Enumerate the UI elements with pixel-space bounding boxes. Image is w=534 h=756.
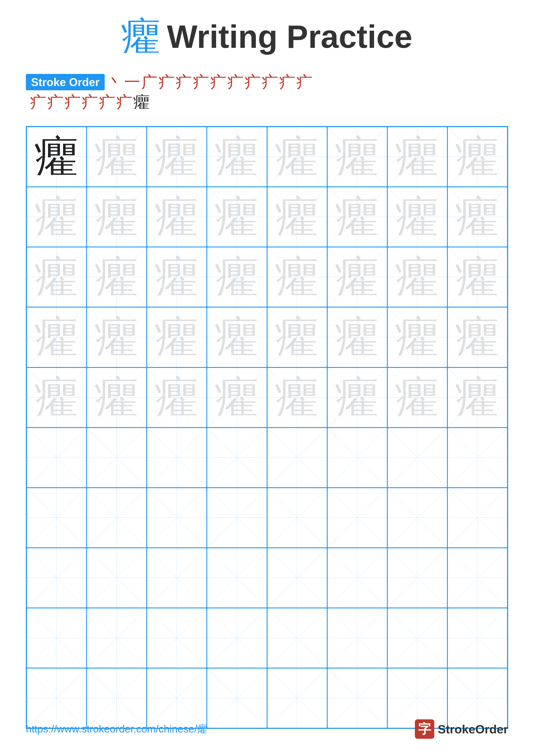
svg-line-139 [328,608,387,668]
grid-cell-7-6[interactable] [327,488,387,548]
grid-cell-4-5[interactable]: 癯 [267,307,327,367]
grid-cell-5-4[interactable]: 癯 [207,367,267,428]
grid-row-6 [27,428,507,488]
grid-cell-9-1[interactable] [27,608,87,668]
grid-cell-8-4[interactable] [207,548,267,608]
grid-cell-1-1[interactable]: 癯 [27,127,87,187]
svg-line-90 [328,428,387,487]
grid-cell-7-3[interactable] [147,488,207,548]
grid-cell-7-2[interactable] [87,488,147,548]
grid-cell-8-7[interactable] [387,548,447,608]
footer-url[interactable]: https://www.strokeorder.com/chinese/癯 [26,722,207,736]
grid-cell-1-3[interactable]: 癯 [147,127,207,187]
grid-cell-2-8[interactable]: 癯 [447,187,507,247]
grid-cell-2-6[interactable]: 癯 [327,187,387,247]
grid-cell-4-7[interactable]: 癯 [387,307,447,367]
svg-line-99 [87,488,146,547]
grid-cell-3-6[interactable]: 癯 [327,247,387,307]
grid-cell-3-4[interactable]: 癯 [207,247,267,307]
grid-cell-1-6[interactable]: 癯 [327,127,387,187]
grid-cell-9-8[interactable] [447,608,507,668]
grid-cell-1-2[interactable]: 癯 [87,127,147,187]
svg-line-121 [267,548,327,608]
grid-cell-4-3[interactable]: 癯 [147,307,207,367]
grid-cell-6-7[interactable] [387,428,447,488]
grid-cell-4-1[interactable]: 癯 [27,307,87,367]
svg-line-104 [267,488,327,547]
grid-cell-8-5[interactable] [267,548,327,608]
grid-cell-6-6[interactable] [327,428,387,488]
grid-cell-3-5[interactable]: 癯 [267,247,327,307]
grid-cell-1-4[interactable]: 癯 [207,127,267,187]
grid-cell-1-7[interactable]: 癯 [387,127,447,187]
grid-cell-1-5[interactable]: 癯 [267,127,327,187]
grid-cell-7-8[interactable] [447,488,507,548]
grid-cell-9-2[interactable] [87,608,147,668]
practice-char-dark: 癯 [35,128,78,186]
grid-cell-9-6[interactable] [327,608,387,668]
svg-line-127 [448,548,507,608]
grid-cell-2-3[interactable]: 癯 [147,187,207,247]
grid-cell-4-2[interactable]: 癯 [87,307,147,367]
grid-cell-8-1[interactable] [27,548,87,608]
grid-cell-4-6[interactable]: 癯 [327,307,387,367]
grid-cell-2-7[interactable]: 癯 [387,187,447,247]
grid-row-3: 癯 癯 癯 癯 癯 癯 癯 癯 [27,247,507,307]
grid-cell-5-1[interactable]: 癯 [27,367,87,428]
svg-line-114 [87,548,146,608]
grid-cell-2-4[interactable]: 癯 [207,187,267,247]
grid-cell-7-5[interactable] [267,488,327,548]
grid-cell-5-2[interactable]: 癯 [87,367,147,428]
grid-cell-8-8[interactable] [447,548,507,608]
grid-cell-2-1[interactable]: 癯 [27,187,87,247]
grid-cell-9-5[interactable] [267,608,327,668]
grid-cell-5-6[interactable]: 癯 [327,367,387,428]
grid-cell-3-3[interactable]: 癯 [147,247,207,307]
grid-cell-7-7[interactable] [387,488,447,548]
grid-cell-9-7[interactable] [387,608,447,668]
grid-cell-5-7[interactable]: 癯 [387,367,447,428]
grid-cell-6-5[interactable] [267,428,327,488]
grid-cell-8-2[interactable] [87,548,147,608]
svg-line-119 [207,548,267,608]
stroke-15: 疒 [64,93,81,111]
stroke-7: 疒 [210,73,226,91]
grid-cell-2-5[interactable]: 癯 [267,187,327,247]
svg-line-95 [448,428,507,487]
grid-cell-5-5[interactable]: 癯 [267,367,327,428]
stroke-3: 广 [141,73,158,91]
grid-cell-3-1[interactable]: 癯 [27,247,87,307]
grid-cell-5-3[interactable]: 癯 [147,367,207,428]
grid-cell-3-8[interactable]: 癯 [447,247,507,307]
grid-cell-6-2[interactable] [87,428,147,488]
svg-line-100 [147,488,206,547]
svg-line-157 [388,668,447,728]
svg-line-107 [328,488,387,547]
grid-cell-9-3[interactable] [147,608,207,668]
grid-cell-2-2[interactable]: 癯 [87,187,147,247]
grid-cell-4-4[interactable]: 癯 [207,307,267,367]
grid-cell-3-2[interactable]: 癯 [87,247,147,307]
stroke-6: 疒 [193,73,209,91]
grid-cell-9-4[interactable] [207,608,267,668]
svg-line-143 [448,608,507,668]
grid-cell-1-8[interactable]: 癯 [447,127,507,187]
grid-cell-8-6[interactable] [327,548,387,608]
grid-cell-3-7[interactable]: 癯 [387,247,447,307]
grid-cell-6-1[interactable] [27,428,87,488]
grid-cell-7-4[interactable] [207,488,267,548]
svg-line-103 [207,488,267,547]
grid-row-5: 癯 癯 癯 癯 癯 癯 癯 癯 [27,367,507,428]
grid-row-8 [27,548,507,608]
grid-cell-6-8[interactable] [447,428,507,488]
stroke-18: 疒 [116,93,133,111]
grid-cell-6-3[interactable] [147,428,207,488]
svg-line-86 [207,428,267,487]
grid-row-7 [27,488,507,548]
grid-cell-6-4[interactable] [207,428,267,488]
grid-cell-4-8[interactable]: 癯 [447,307,507,367]
grid-row-1: 癯 癯 癯 癯 癯 癯 癯 [27,127,507,187]
grid-cell-7-1[interactable] [27,488,87,548]
grid-cell-8-3[interactable] [147,548,207,608]
grid-cell-5-8[interactable]: 癯 [447,367,507,428]
